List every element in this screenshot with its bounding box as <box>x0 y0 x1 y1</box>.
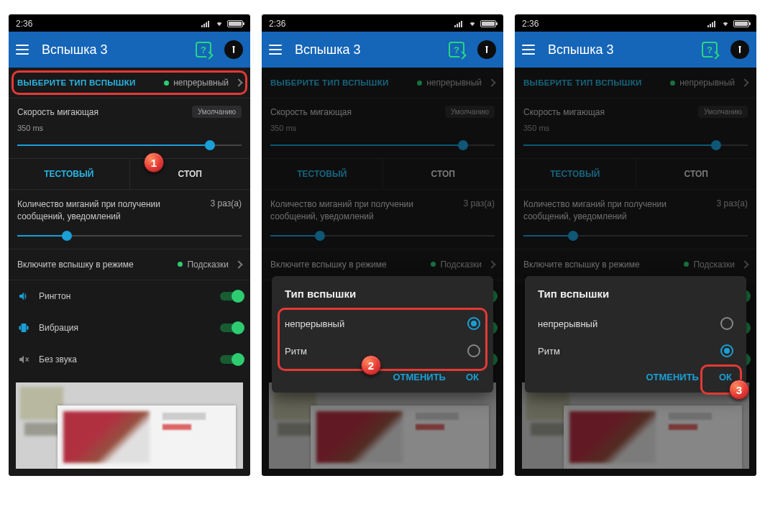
flash-type-label: ВЫБЕРИТЕ ТИП ВСПЫШКИ <box>523 78 670 87</box>
dialog-wrap: Тип вспышки непрерывный Ритм ОТМЕНИТЬ ОК… <box>525 276 746 393</box>
vibration-label: Вибрация <box>39 323 211 333</box>
app-bar: Вспышка 3 ? <box>9 32 250 68</box>
flash-type-label: ВЫБЕРИТЕ ТИП ВСПЫШКИ <box>17 78 164 87</box>
content: ВЫБЕРИТЕ ТИП ВСПЫШКИ непрерывный 1 Скоро… <box>9 68 250 476</box>
mode-label: Включите вспышку в режиме <box>270 260 431 270</box>
chevron-right-icon <box>487 260 495 268</box>
dialog-wrap: Тип вспышки непрерывный Ритм 2 ОТМЕНИТЬ … <box>272 276 493 393</box>
radio-selected-icon <box>467 317 480 330</box>
menu-icon[interactable] <box>16 45 29 55</box>
blink-count-value: 3 раз(а) <box>464 198 495 208</box>
vibration-row: Вибрация <box>9 312 250 344</box>
mode-value: Подсказки <box>440 260 482 270</box>
silent-label: Без звука <box>39 354 211 364</box>
phone-3: 2:36 Вспышка 3 ? ВЫБЕРИТЕ ТИП ВСПЫШКИнеп… <box>515 14 756 476</box>
chevron-right-icon <box>741 260 748 268</box>
blink-count-section: Количество миганий при получении сообщен… <box>9 190 250 249</box>
wifi-icon <box>467 20 477 27</box>
radio-selected-icon <box>720 344 733 357</box>
blink-count-value: 3 раз(а) <box>717 198 748 208</box>
silent-switch[interactable] <box>220 355 242 364</box>
flashlight-icon[interactable] <box>224 40 243 59</box>
option-rhythm[interactable]: Ритм <box>272 337 493 364</box>
mute-icon <box>17 354 30 365</box>
help-icon[interactable]: ? <box>196 42 211 58</box>
status-dot-icon <box>431 262 436 267</box>
flash-type-value: непрерывный <box>173 78 229 88</box>
wifi-icon <box>720 20 730 27</box>
ad-banner[interactable] <box>9 375 250 476</box>
annotation-badge-2: 2 <box>361 355 381 375</box>
phone-1: 2:36 Вспышка 3 ? ВЫБЕРИТЕ ТИП ВСПЫШКИ не… <box>9 14 250 476</box>
volume-icon <box>17 290 30 302</box>
battery-icon <box>480 20 496 27</box>
menu-icon[interactable] <box>269 45 282 55</box>
ringtone-row: Рингтон <box>9 280 250 312</box>
battery-icon <box>733 20 749 27</box>
chevron-right-icon <box>741 78 748 86</box>
flash-type-dialog: Тип вспышки непрерывный Ритм ОТМЕНИТЬ ОК… <box>525 276 746 393</box>
vibration-icon <box>17 322 30 334</box>
chevron-right-icon <box>487 78 495 86</box>
cancel-button[interactable]: ОТМЕНИТЬ <box>393 372 446 382</box>
count-slider <box>523 229 748 243</box>
status-dot-icon <box>178 262 183 267</box>
count-slider <box>270 229 495 243</box>
option-continuous[interactable]: непрерывный <box>525 310 746 337</box>
option-label: непрерывный <box>538 318 720 329</box>
test-button[interactable]: ТЕСТОВЫЙ <box>9 159 130 189</box>
wifi-icon <box>214 20 224 27</box>
mode-value: Подсказки <box>693 260 735 270</box>
option-label: непрерывный <box>285 318 467 329</box>
flash-type-row[interactable]: ВЫБЕРИТЕ ТИП ВСПЫШКИ непрерывный <box>9 68 250 98</box>
status-time: 2:36 <box>522 19 539 29</box>
help-icon[interactable]: ? <box>449 42 464 58</box>
flash-type-label: ВЫБЕРИТЕ ТИП ВСПЫШКИ <box>270 78 417 87</box>
phone-2: 2:36 Вспышка 3 ? ВЫБЕРИТЕ ТИП ВСПЫШКИ не… <box>262 14 503 476</box>
blink-count-value: 3 раз(а) <box>211 198 242 208</box>
mode-row[interactable]: Включите вспышку в режиме Подсказки <box>9 249 250 280</box>
flash-type-row: ВЫБЕРИТЕ ТИП ВСПЫШКИ непрерывный <box>262 68 503 98</box>
blink-count-label: Количество миганий при получении сообщен… <box>270 198 449 223</box>
flash-type-value: непрерывный <box>426 78 482 88</box>
count-slider[interactable] <box>17 229 242 243</box>
flash-type-value: непрерывный <box>679 78 735 88</box>
ringtone-switch[interactable] <box>220 292 242 301</box>
app-title: Вспышка 3 <box>42 42 183 58</box>
option-continuous[interactable]: непрерывный <box>272 310 493 337</box>
annotation-badge-3: 3 <box>729 380 749 400</box>
speed-slider[interactable] <box>17 138 242 152</box>
silent-row: Без звука <box>9 344 250 375</box>
status-dot-icon <box>684 262 689 267</box>
speed-section: Скорость мигающая Умолчанию 350 ms <box>9 98 250 158</box>
flashlight-icon[interactable] <box>477 40 496 59</box>
status-bar: 2:36 <box>9 14 250 32</box>
blink-count-label: Количество миганий при получении сообщен… <box>523 198 702 223</box>
flashlight-icon[interactable] <box>730 40 749 59</box>
status-time: 2:36 <box>269 19 285 29</box>
stop-button: СТОП <box>636 159 757 189</box>
status-dot-icon <box>164 81 169 86</box>
option-label: Ритм <box>285 346 467 357</box>
ok-button[interactable]: ОК <box>466 372 479 382</box>
cancel-button[interactable]: ОТМЕНИТЬ <box>646 372 699 382</box>
signal-icon <box>201 20 211 27</box>
ringtone-label: Рингтон <box>39 291 211 301</box>
speed-value: 350 ms <box>270 124 495 132</box>
mode-value: Подсказки <box>187 260 229 270</box>
content-dimmed: ВЫБЕРИТЕ ТИП ВСПЫШКИнепрерывный Скорость… <box>515 68 756 476</box>
app-title: Вспышка 3 <box>295 42 436 58</box>
default-button[interactable]: Умолчанию <box>192 106 242 118</box>
vibration-switch[interactable] <box>220 324 242 332</box>
signal-icon <box>454 20 464 27</box>
ok-button[interactable]: ОК <box>719 372 732 382</box>
speed-value: 350 ms <box>17 124 242 132</box>
speed-slider <box>270 138 495 152</box>
speed-value: 350 ms <box>523 124 748 132</box>
app-bar: Вспышка 3 ? <box>515 32 756 68</box>
test-stop-row: ТЕСТОВЫЙ СТОП <box>9 158 250 190</box>
help-icon[interactable]: ? <box>702 42 718 58</box>
menu-icon[interactable] <box>522 45 535 55</box>
dialog-title: Тип вспышки <box>272 288 493 310</box>
option-rhythm[interactable]: Ритм <box>525 337 746 364</box>
